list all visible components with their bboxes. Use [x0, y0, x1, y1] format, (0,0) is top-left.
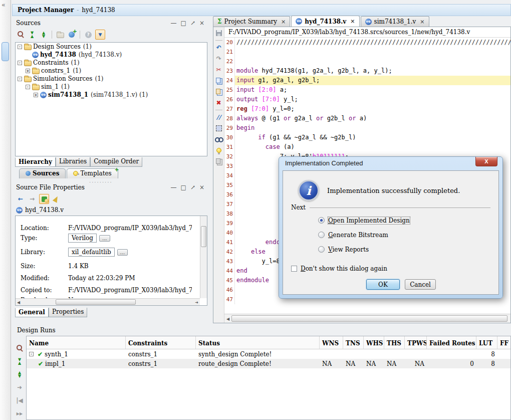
column-header-Failed Routes[interactable]: Failed Routes [427, 336, 476, 349]
reset-runs-icon[interactable]: |◀ [15, 396, 24, 405]
float-icon[interactable]: ↗ [190, 20, 195, 26]
expand-all-icon[interactable]: ▼▲ [28, 30, 37, 39]
minimize-icon[interactable]: — [171, 20, 177, 26]
ok-button[interactable]: OK [366, 279, 400, 290]
tree-item-sim_1[interactable]: -sim_1(1) [16, 83, 207, 91]
view-tab-Sources[interactable]: Sources [19, 168, 66, 178]
vertical-scrollbar[interactable] [200, 216, 207, 298]
close-icon[interactable]: × [199, 20, 204, 26]
tab-General[interactable]: General [15, 308, 49, 317]
editor-tab-sim74138_1.v[interactable]: vesim74138_1.v× [361, 16, 429, 27]
run-row-synth_1[interactable]: -✔synth_1constrs_1synth_design Complete!… [27, 349, 510, 359]
property-input[interactable]: Verilog [68, 234, 97, 243]
tree-item-constrs_1[interactable]: +constrs_1(1) [16, 67, 207, 75]
language-templates-icon[interactable] [214, 146, 223, 155]
flow-navigator-collapsed-rail[interactable]: « [0, 0, 11, 420]
column-header-FF[interactable]: FF [497, 336, 511, 349]
tree-expander-icon[interactable]: - [18, 61, 22, 65]
code-line-26[interactable]: 26output [7:0] y_l; [224, 95, 510, 104]
paste-icon[interactable] [214, 87, 223, 96]
tree-item-Design Sources[interactable]: -Design Sources(1) [16, 43, 207, 51]
help-icon[interactable]: ? [84, 30, 93, 39]
radio-Generate Bitstream[interactable]: Generate Bitstream [318, 228, 410, 242]
scroll-to-source-icon[interactable]: ▼ [95, 30, 105, 40]
expand-all-icon[interactable]: ▼▲ [15, 357, 24, 366]
tab-Hierarchy[interactable]: Hierarchy [15, 157, 56, 167]
undo-icon[interactable]: ↶ [214, 43, 223, 52]
copy-icon[interactable] [214, 76, 223, 85]
back-icon[interactable]: ← [16, 194, 25, 203]
radio-Open Implemented Design[interactable]: Open Implemented Design [318, 213, 410, 228]
tree-expander-icon[interactable]: - [26, 85, 30, 89]
tree-expander-icon[interactable]: + [34, 93, 38, 97]
float-icon[interactable]: ↗ [190, 184, 195, 190]
toggle-column-selection-icon[interactable] [214, 124, 223, 133]
code-line-27[interactable]: 27reg [7:0] y_l=0; [224, 104, 510, 114]
search-icon[interactable] [15, 344, 24, 353]
collapse-all-icon[interactable]: ▲▼ [15, 370, 24, 379]
step-forward-icon[interactable]: ▶▶ [15, 409, 24, 418]
cut-icon[interactable]: ✂ [214, 65, 223, 74]
redo-icon[interactable]: ↷ [214, 54, 223, 63]
ellipsis-button[interactable]: ... [99, 235, 110, 242]
column-header-Constraints[interactable]: Constraints [126, 336, 196, 349]
code-line-21[interactable]: 21 [224, 47, 510, 57]
tree-item-sim74138_1[interactable]: +vesim74138_1(sim74138_1.v) (1) [16, 91, 207, 99]
search-icon[interactable] [16, 30, 25, 39]
tree-item-hyd_74138[interactable]: vehyd_74138(hyd_74138.v) [16, 51, 207, 59]
code-line-23[interactable]: 23module hyd_74138(g1, g2a_l, g2b_l, a, … [224, 66, 510, 76]
open-folder-icon[interactable] [56, 30, 65, 39]
code-line-20[interactable]: 20//////////////////////////////////////… [224, 38, 510, 47]
toggle-comment-icon[interactable]: // [214, 113, 223, 122]
radio-icon[interactable] [318, 217, 325, 224]
column-header-Status[interactable]: Status [196, 336, 320, 349]
close-tab-icon[interactable]: × [350, 18, 355, 25]
dialog-close-button[interactable]: X [475, 157, 497, 166]
chevrons-left-icon[interactable]: « [2, 1, 6, 9]
radio-icon[interactable] [318, 246, 325, 253]
find-in-files-icon[interactable] [214, 135, 223, 144]
tree-item-Constraints[interactable]: -Constraints(1) [16, 59, 207, 67]
tree-expander-icon[interactable]: - [18, 45, 22, 49]
run-row-impl_1[interactable]: ✔impl_1constrs_1route_design Complete!NA… [27, 359, 510, 368]
tab-Compile Order[interactable]: Compile Order [90, 157, 142, 167]
code-line-22[interactable]: 22 [224, 57, 510, 66]
column-header-WNS[interactable]: WNS [320, 336, 343, 349]
select-cursor-icon[interactable] [52, 194, 61, 203]
maximize-icon[interactable]: □ [181, 184, 186, 190]
row-expander-icon[interactable]: - [29, 352, 34, 356]
code-line-31[interactable]: 31 case (a) [224, 142, 510, 152]
radio-icon[interactable] [318, 232, 325, 238]
save-file-icon[interactable] [214, 29, 223, 38]
column-header-THS[interactable]: THS [384, 336, 405, 349]
close-tab-icon[interactable]: × [420, 19, 424, 25]
code-line-25[interactable]: 25input [2:0] a; [224, 85, 510, 95]
editor-tab-Project Summary[interactable]: ΣProject Summary× [213, 16, 290, 27]
cancel-button[interactable]: Cancel [405, 279, 436, 290]
tab-Properties[interactable]: Properties [49, 308, 87, 317]
column-header-LUT[interactable]: LUT [476, 336, 497, 349]
column-header-TNS[interactable]: TNS [343, 336, 364, 349]
editor-tab-hyd_74138.v[interactable]: vehyd_74138.v× [291, 16, 359, 27]
tree-expander-icon[interactable]: - [18, 77, 22, 81]
column-header-TPWS[interactable]: TPWS [405, 336, 427, 349]
code-line-30[interactable]: 30 if (g1 && ~g2a_l && ~g2b_l) [224, 133, 510, 142]
close-tab-icon[interactable]: × [281, 19, 286, 25]
ellipsis-button[interactable]: ... [117, 249, 128, 256]
radio-View Reports[interactable]: View Reports [318, 242, 410, 257]
add-sources-icon[interactable] [67, 30, 76, 39]
close-icon[interactable]: × [199, 184, 204, 190]
documentation-icon[interactable] [214, 157, 223, 166]
collapse-all-icon[interactable]: ▲▼ [39, 30, 48, 39]
collapsed-panel-tab[interactable] [2, 42, 9, 61]
code-line-28[interactable]: 28always @ (g1 or g2a_l or g2b_l or a) [224, 114, 510, 123]
dont-show-again-checkbox[interactable]: Don't show this dialog again [291, 265, 387, 272]
tree-item-Simulation Sources[interactable]: -Simulation Sources(1) [16, 75, 207, 83]
code-line-29[interactable]: 29begin [224, 123, 510, 133]
tab-Libraries[interactable]: Libraries [56, 157, 90, 167]
view-tab-Templates[interactable]: Templates [67, 168, 118, 178]
maximize-icon[interactable]: □ [181, 20, 186, 26]
delete-icon[interactable]: ✖ [214, 98, 223, 107]
properties-settings-icon[interactable] [39, 194, 49, 204]
editor-horizontal-scrollbar[interactable]: ◀ [224, 314, 510, 323]
